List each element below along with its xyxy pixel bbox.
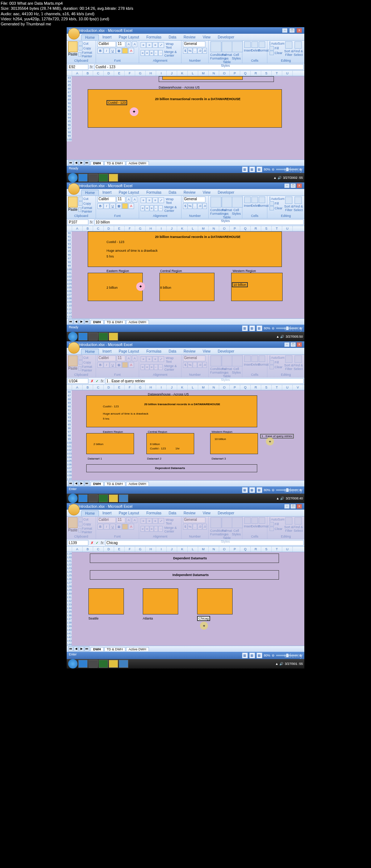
paste-button[interactable]: Paste [68, 52, 78, 56]
col-J[interactable]: J [167, 71, 177, 76]
col-C[interactable]: C [93, 71, 104, 76]
row-111[interactable]: 111 [67, 308, 72, 311]
autosum-button[interactable]: AutoSum [270, 41, 284, 46]
row-86[interactable]: 86 [67, 390, 72, 394]
border-button[interactable]: ▦ [116, 48, 122, 54]
name-box[interactable]: P107 [67, 219, 88, 225]
col-T[interactable]: T [272, 71, 282, 76]
row-96[interactable]: 96 [67, 123, 72, 127]
dec-decimal-button[interactable]: .0 [203, 48, 207, 54]
row-119[interactable]: 119 [67, 552, 72, 556]
row-139[interactable]: 139 [67, 625, 72, 628]
col-M[interactable]: M [198, 71, 209, 76]
align-left-button[interactable]: ≡ [141, 50, 145, 56]
wrap-text-button[interactable]: Wrap Text [166, 42, 180, 49]
row-99[interactable]: 99 [67, 264, 72, 268]
row-104[interactable]: 104 [67, 456, 72, 459]
font-size-select[interactable]: 11 [117, 41, 125, 47]
align-bot-button[interactable]: ≡ [153, 42, 158, 48]
row-103[interactable]: 103 [67, 452, 72, 456]
row-90[interactable]: 90 [67, 102, 72, 105]
row-124[interactable]: 124 [67, 570, 72, 574]
align-mid-button[interactable]: ≡ [146, 42, 152, 48]
row-92[interactable]: 92 [67, 239, 72, 242]
row-102[interactable]: 102 [67, 448, 72, 452]
row-95[interactable]: 95 [67, 250, 72, 253]
selected-cell[interactable]: Chicag [197, 616, 210, 621]
font-name-select[interactable]: Calibri [97, 41, 116, 47]
cancel-formula[interactable]: ✗ [90, 379, 94, 383]
row-94[interactable]: 94 [67, 419, 72, 423]
row-102[interactable]: 102 [67, 275, 72, 279]
font-color-button[interactable]: A [128, 48, 134, 54]
cancel-formula[interactable]: ✗ [90, 541, 94, 545]
find-icon[interactable] [295, 41, 302, 49]
row-91[interactable]: 91 [67, 408, 72, 412]
align-center-button[interactable]: ≡ [145, 50, 149, 56]
tab-nav-next[interactable]: ▶ [79, 160, 84, 165]
row-137[interactable]: 137 [67, 617, 72, 621]
taskbar-excel-icon[interactable] [99, 174, 108, 182]
col-L[interactable]: L [188, 71, 198, 76]
row-86[interactable]: 86 [67, 87, 72, 91]
selected-cell[interactable]: CustId - 123 [107, 100, 127, 105]
delete-icon[interactable] [251, 41, 258, 48]
row-128[interactable]: 128 [67, 585, 72, 588]
col-K[interactable]: K [177, 71, 188, 76]
row-87[interactable]: 87 [67, 91, 72, 94]
formula-input[interactable]: Chicag [105, 540, 304, 546]
selected-cell[interactable]: 10 billion [232, 282, 248, 287]
row-93[interactable]: 93 [67, 242, 72, 246]
shrink-font-button[interactable]: A [132, 41, 137, 47]
name-box[interactable]: U104 [67, 378, 88, 384]
worksheet[interactable]: 8687888990919293949596979899100101102103… [67, 390, 304, 480]
col-P[interactable]: P [230, 71, 240, 76]
col-F[interactable]: F [125, 71, 135, 76]
row-90[interactable]: 90 [67, 231, 72, 235]
row-105[interactable]: 105 [67, 459, 72, 463]
row-120[interactable]: 120 [67, 556, 72, 559]
tray-icons[interactable]: ▲ 🔊 [274, 176, 282, 180]
fx-icon[interactable]: fx [90, 65, 93, 69]
orientation-button[interactable]: ⤢ [158, 42, 164, 48]
format-painter-button[interactable]: Format Painter [78, 51, 94, 58]
row-95[interactable]: 95 [67, 423, 72, 427]
tab-nav-prev[interactable]: ◀ [74, 160, 79, 165]
copy-button[interactable]: Copy [78, 46, 94, 50]
worksheet[interactable]: 9091929394959697989910010110210310410510… [67, 231, 304, 318]
row-85[interactable]: 85 [67, 83, 72, 87]
row-134[interactable]: 134 [67, 606, 72, 610]
clear-button[interactable]: Clear [270, 51, 284, 55]
row-123[interactable]: 123 [67, 567, 72, 570]
row-104[interactable]: 104 [67, 282, 72, 286]
indent-dec-button[interactable]: ← [154, 50, 158, 56]
col-G[interactable]: G [135, 71, 146, 76]
name-box[interactable]: E92 [67, 64, 88, 70]
row-101[interactable]: 101 [67, 445, 72, 448]
grow-font-button[interactable]: A [126, 41, 132, 47]
percent-button[interactable]: % [188, 48, 192, 54]
row-140[interactable]: 140 [67, 628, 72, 632]
row-88[interactable]: 88 [67, 94, 72, 98]
row-129[interactable]: 129 [67, 588, 72, 592]
minimize-button[interactable]: - [282, 28, 288, 33]
number-format-select[interactable]: General [183, 41, 205, 47]
tab-review[interactable]: Review [180, 34, 199, 40]
merge-center-button[interactable]: Merge & Center [164, 50, 180, 57]
col-B[interactable]: B [83, 71, 93, 76]
row-87[interactable]: 87 [67, 394, 72, 398]
row-100[interactable]: 100 [67, 268, 72, 271]
row-97[interactable]: 97 [67, 257, 72, 260]
row-127[interactable]: 127 [67, 581, 72, 585]
row-97[interactable]: 97 [67, 127, 72, 131]
row-141[interactable]: 141 [67, 632, 72, 635]
row-101[interactable]: 101 [67, 271, 72, 275]
row-144[interactable]: 144 [67, 643, 72, 646]
row-96[interactable]: 96 [67, 253, 72, 257]
taskbar-notes-icon[interactable] [109, 174, 118, 182]
accept-formula[interactable]: ✓ [95, 379, 99, 383]
row-95[interactable]: 95 [67, 120, 72, 123]
row-91[interactable]: 91 [67, 105, 72, 109]
row-106[interactable]: 106 [67, 463, 72, 466]
row-103[interactable]: 103 [67, 279, 72, 282]
